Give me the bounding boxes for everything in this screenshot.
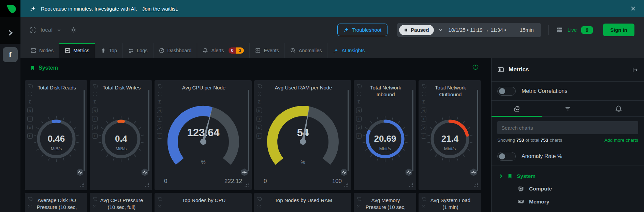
chip-icon [517, 185, 524, 192]
chart-card-total-disk-reads[interactable]: ΣNIDLTotal Disk Reads 0.46 MiB/s [25, 80, 87, 190]
tab-events[interactable]: Events [249, 43, 284, 58]
space-button[interactable]: f [3, 47, 18, 62]
chart-card-avg-cpu-pressure-10-sec-full[interactable]: Avg CPU Pressure (10 sec, full) [90, 193, 152, 212]
tab-dashboard[interactable]: Dashboard [153, 43, 197, 58]
filter-n-icon[interactable]: N [27, 108, 33, 113]
anomaly-rate-row: Anomaly Rate % [492, 147, 644, 166]
chart-card-total-network-outbound[interactable]: ΣNIDLTotal Network Outbound 21.4 Mbit/s [419, 80, 481, 190]
tab-label: Alerts [211, 48, 224, 53]
chart-title: Avg CPU Pressure (10 sec, full) [99, 197, 144, 210]
nodes-icon[interactable] [556, 26, 563, 33]
expand-sidebar-icon[interactable] [7, 29, 14, 36]
tree-item-memory[interactable]: Memory [492, 195, 644, 208]
resize-handle-icon[interactable] [145, 182, 149, 187]
chart-card-top-nodes-by-used-ram[interactable]: Top Nodes by Used RAM [254, 193, 351, 212]
chart-toolbar [421, 196, 426, 209]
chart-brand-icon [27, 196, 32, 201]
tree-item-compute[interactable]: Compute [492, 182, 644, 195]
anomaly-rate-icon[interactable] [141, 168, 149, 176]
chart-scrollbar[interactable] [148, 90, 149, 171]
chart-brand-icon [421, 84, 426, 89]
chart-scrollbar[interactable] [348, 90, 349, 171]
bookmark-icon [30, 66, 35, 71]
tab-filters[interactable] [542, 101, 593, 116]
aggregate-sigma-icon[interactable]: Σ [357, 99, 360, 104]
tab-top[interactable]: Top [95, 43, 122, 58]
favorite-heart-icon[interactable] [472, 64, 479, 71]
close-icon[interactable] [630, 6, 636, 11]
shown-count: 753 [516, 138, 524, 143]
duration-label: 15min [520, 27, 534, 33]
waitlist-link[interactable]: Join the waitlist. [142, 6, 178, 12]
anomaly-rate-icon[interactable] [405, 168, 413, 176]
points-icon [257, 92, 262, 96]
tab-label: Events [264, 48, 279, 53]
chart-card-avg-memory-pressure-10-sec[interactable]: Avg Memory Pressure (10 sec, [354, 193, 416, 212]
chart-card-avg-used-ram-per-node[interactable]: ΣNIDLAvg Used RAM per Node 54 %0100 [254, 80, 351, 190]
chart-scrollbar[interactable] [477, 90, 478, 171]
chart-card-total-network-inbound[interactable]: ΣNIDLTotal Network Inbound 20.69 Mbit/s [354, 80, 416, 190]
resize-handle-icon[interactable] [473, 182, 478, 187]
tab-alerts[interactable]: Alerts03 [197, 43, 249, 58]
chart-scrollbar[interactable] [84, 90, 85, 171]
tab-alerts[interactable] [593, 101, 644, 116]
warning-alert-badge[interactable]: 3 [236, 47, 244, 54]
resize-handle-icon[interactable] [244, 182, 249, 187]
chart-brand-icon [157, 196, 162, 201]
sign-in-button[interactable]: Sign in [603, 24, 634, 36]
live-node-count-badge[interactable]: 9 [581, 26, 593, 34]
anomaly-rate-icon[interactable] [240, 168, 249, 176]
gauge-max: 222.12 [224, 178, 242, 185]
chart-card-avg-cpu-per-node[interactable]: ΣNIDLAvg CPU per Node 123.64 %0222.12 [155, 80, 252, 190]
bell-icon [615, 105, 622, 112]
chart-card-avg-system-load-1-min[interactable]: Avg System Load (1 min) [419, 193, 481, 212]
tab-label: Logs [137, 48, 147, 53]
aggregate-sigma-icon[interactable]: Σ [422, 99, 425, 104]
chart-card-total-disk-writes[interactable]: ΣNIDLTotal Disk Writes 0.4 MiB/s [90, 80, 152, 190]
filter-n-icon[interactable]: N [356, 108, 362, 113]
resize-handle-icon[interactable] [344, 182, 349, 187]
resize-handle-icon[interactable] [409, 182, 413, 187]
metric-correlations-toggle[interactable] [497, 87, 516, 96]
anomaly-rate-icon[interactable] [76, 168, 84, 176]
chart-scrollbar[interactable] [248, 90, 249, 171]
anomaly-rate-icon[interactable] [340, 168, 348, 176]
chart-toolbar [92, 196, 97, 209]
aggregate-sigma-icon[interactable]: Σ [29, 99, 31, 104]
tab-ai-insights[interactable]: AI Insights [327, 43, 370, 58]
filter-n-icon[interactable]: N [92, 108, 98, 113]
tab-charts[interactable] [492, 101, 542, 116]
paused-button[interactable]: Paused [399, 25, 434, 35]
chart-toolbar [27, 196, 32, 209]
critical-alert-badge[interactable]: 0 [229, 47, 236, 54]
chart-scrollbar[interactable] [412, 90, 413, 171]
svg-text:Mbit/s: Mbit/s [379, 146, 391, 151]
collapse-sidebar-icon[interactable] [632, 67, 638, 73]
chart-card-average-disk-i-o-pressure-10-sec[interactable]: Average Disk I/O Pressure (10 sec, [25, 193, 87, 212]
chevron-down-icon[interactable] [57, 28, 61, 32]
metrics-panel-icon [497, 66, 504, 73]
anomaly-rate-icon[interactable] [469, 168, 478, 176]
search-charts-input[interactable] [497, 121, 638, 134]
chart-brand-icon [92, 196, 97, 201]
node-name[interactable]: local [41, 27, 53, 33]
netdata-logo[interactable] [0, 0, 20, 17]
add-more-charts-link[interactable]: Add more charts [604, 138, 638, 143]
points-icon [93, 92, 97, 96]
chevron-down-icon[interactable] [439, 28, 443, 32]
anomaly-rate-toggle[interactable] [497, 152, 516, 161]
gear-icon[interactable] [70, 27, 77, 33]
tree-item-storage[interactable]: Storage [492, 208, 644, 212]
resize-handle-icon[interactable] [80, 182, 85, 187]
filter-n-icon[interactable]: N [421, 108, 426, 113]
aggregate-sigma-icon[interactable]: Σ [93, 99, 96, 104]
chart-card-top-nodes-by-cpu[interactable]: Top Nodes by CPU [155, 193, 252, 212]
troubleshoot-button[interactable]: Troubleshoot [337, 24, 387, 36]
tab-metrics[interactable]: Metrics [59, 43, 95, 58]
tree-root-system[interactable]: System [492, 170, 644, 182]
time-range-picker[interactable]: Paused 10/1/25 • 11:19 → 11:34 • 15min [397, 23, 541, 37]
tab-nodes[interactable]: Nodes [25, 43, 59, 58]
tab-logs[interactable]: Logs [122, 43, 153, 58]
tab-anomalies[interactable]: Anomalies [284, 43, 327, 58]
filter-icon [564, 105, 571, 112]
